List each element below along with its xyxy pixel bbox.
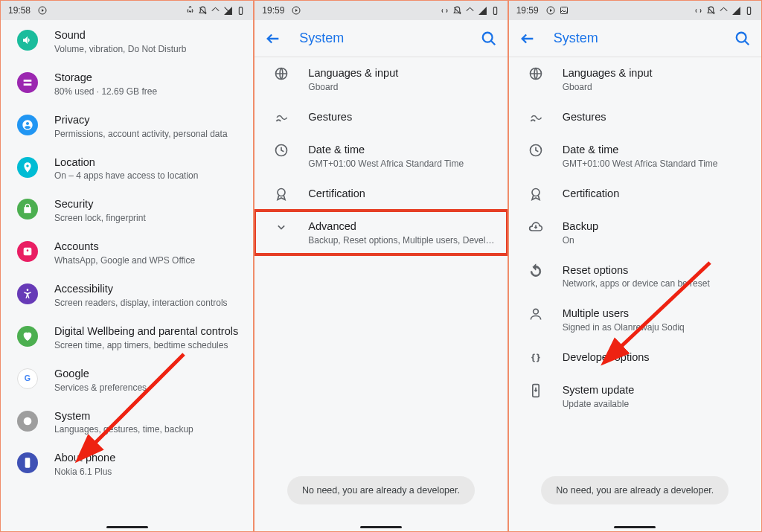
row-title: Gestures	[563, 110, 749, 124]
row-title: Developer options	[563, 350, 749, 365]
clock-icon	[521, 143, 551, 158]
row-subtitle: Nokia 6.1 Plus	[54, 467, 241, 477]
svg-point-5	[27, 250, 29, 252]
update-icon	[521, 383, 551, 398]
system-row-badge[interactable]: Certification	[254, 178, 507, 211]
settings-row-google[interactable]: GGoogleServices & preferences	[1, 359, 253, 401]
toast-message: No need, you are already a developer.	[287, 476, 475, 504]
settings-row-wellbeing[interactable]: Digital Wellbeing and parental controlsS…	[1, 316, 253, 359]
row-title: Storage	[54, 71, 241, 85]
status-time: 19:59	[262, 5, 284, 16]
system-row-gestures[interactable]: Gestures	[509, 101, 761, 134]
location-icon	[13, 157, 42, 178]
row-subtitle: Languages, gestures, time, backup	[54, 424, 241, 435]
status-icons	[440, 6, 500, 16]
status-icons	[694, 6, 754, 16]
svg-rect-20	[747, 7, 750, 14]
svg-point-25	[533, 310, 538, 315]
system-row-chevron[interactable]: AdvancedBackup, Reset options, Multiple …	[254, 211, 507, 254]
svg-rect-19	[560, 7, 567, 14]
system-row-clock[interactable]: Date & timeGMT+01:00 West Africa Standar…	[509, 134, 761, 178]
row-title: Gestures	[308, 110, 495, 124]
settings-row-accessibility[interactable]: AccessibilityScreen readers, display, in…	[1, 274, 253, 316]
settings-row-sound[interactable]: SoundVolume, vibration, Do Not Disturb	[1, 20, 253, 63]
settings-row-storage[interactable]: Storage80% used · 12.69 GB free	[1, 63, 253, 105]
row-title: Certification	[563, 187, 749, 201]
system-list: Languages & inputGboardGesturesDate & ti…	[509, 57, 761, 531]
nav-handle[interactable]	[106, 526, 148, 528]
back-button[interactable]	[265, 31, 281, 47]
settings-row-accounts[interactable]: AccountsWhatsApp, Google and WPS Office	[1, 231, 253, 274]
svg-text:G: G	[25, 374, 31, 382]
app-bar: System	[254, 20, 507, 57]
system-row-clock[interactable]: Date & timeGMT+01:00 West Africa Standar…	[254, 134, 507, 178]
row-subtitle: Network, apps or device can be reset	[563, 278, 749, 289]
row-subtitle: On – 4 apps have access to location	[54, 170, 241, 181]
svg-rect-1	[240, 7, 243, 14]
svg-rect-13	[493, 7, 496, 14]
row-title: System	[54, 409, 241, 423]
row-title: Certification	[308, 187, 495, 201]
svg-point-14	[482, 32, 492, 42]
google-icon: G	[13, 368, 42, 389]
settings-row-location[interactable]: LocationOn – 4 apps have access to locat…	[1, 147, 253, 190]
row-title: Advanced	[308, 219, 495, 234]
accounts-icon	[13, 241, 42, 262]
system-row-cloud[interactable]: BackupOn	[509, 211, 761, 254]
page-title: System	[299, 31, 480, 46]
row-subtitle: Permissions, account activity, personal …	[54, 129, 241, 139]
row-title: Privacy	[54, 113, 241, 127]
settings-row-system[interactable]: iSystemLanguages, gestures, time, backup	[1, 401, 253, 443]
settings-row-privacy[interactable]: PrivacyPermissions, account activity, pe…	[1, 105, 253, 147]
system-row-globe[interactable]: Languages & inputGboard	[254, 57, 507, 101]
status-bar: 19:58	[1, 1, 253, 20]
toast-message: No need, you are already a developer.	[541, 476, 729, 504]
security-icon	[13, 199, 42, 219]
system-row-gestures[interactable]: Gestures	[254, 101, 507, 134]
svg-point-2	[25, 80, 25, 81]
row-subtitle: Screen readers, display, interaction con…	[54, 298, 241, 308]
gestures-icon	[521, 110, 551, 125]
image-icon	[560, 6, 569, 15]
row-title: Date & time	[563, 143, 749, 157]
row-subtitle: On	[563, 235, 749, 246]
system-row-update[interactable]: System updateUpdate available	[509, 374, 761, 418]
play-icon	[292, 6, 301, 15]
settings-row-about[interactable]: About phoneNokia 6.1 Plus	[1, 443, 253, 485]
row-title: Languages & input	[563, 66, 749, 80]
settings-list: SoundVolume, vibration, Do Not DisturbSt…	[1, 20, 253, 531]
back-button[interactable]	[519, 31, 536, 47]
search-button[interactable]	[734, 31, 751, 47]
svg-text:i: i	[27, 417, 28, 424]
system-row-user[interactable]: Multiple usersSigned in as Olanrewaju So…	[509, 298, 761, 342]
row-subtitle: Gboard	[308, 82, 495, 92]
row-subtitle: Update available	[563, 399, 749, 409]
system-icon: i	[13, 411, 42, 432]
status-bar: 19:59	[509, 1, 761, 20]
row-subtitle: Signed in as Olanrewaju Sodiq	[563, 322, 749, 333]
play-icon	[38, 6, 47, 15]
row-title: Date & time	[308, 143, 495, 157]
nav-handle[interactable]	[360, 526, 402, 528]
row-subtitle: WhatsApp, Google and WPS Office	[54, 255, 241, 266]
badge-icon	[266, 187, 296, 202]
chevron-icon	[266, 219, 296, 234]
system-row-reset[interactable]: Reset optionsNetwork, apps or device can…	[509, 254, 761, 298]
row-title: Security	[54, 197, 241, 211]
settings-row-security[interactable]: SecurityScreen lock, fingerprint	[1, 189, 253, 231]
row-title: System update	[563, 383, 749, 397]
row-subtitle: 80% used · 12.69 GB free	[54, 86, 241, 97]
system-row-braces[interactable]: { }Developer options	[509, 342, 761, 374]
reset-icon	[521, 263, 551, 278]
search-button[interactable]	[481, 31, 497, 47]
row-title: Accounts	[54, 240, 241, 254]
status-bar: 19:59	[254, 1, 507, 20]
system-row-badge[interactable]: Certification	[509, 178, 761, 211]
system-row-globe[interactable]: Languages & inputGboard	[509, 57, 761, 101]
svg-point-3	[25, 84, 25, 85]
svg-point-21	[737, 32, 746, 42]
svg-rect-10	[25, 458, 31, 468]
nav-handle[interactable]	[614, 526, 656, 528]
user-icon	[521, 307, 551, 321]
cloud-icon	[521, 219, 551, 234]
